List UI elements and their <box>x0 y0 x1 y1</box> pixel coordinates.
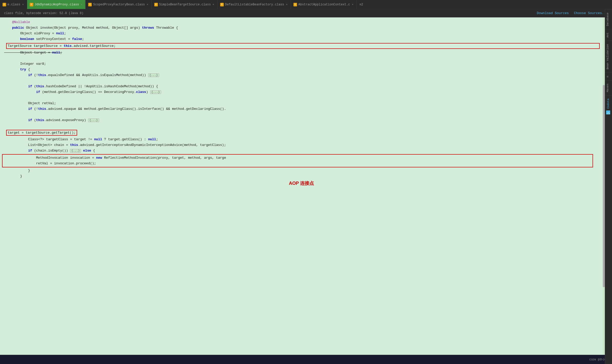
code-line-empty-4 <box>0 112 603 117</box>
code-text-2: public Object invoke(Object proxy, Metho… <box>4 25 178 31</box>
tab-close-3[interactable]: × <box>146 3 149 6</box>
code-line-10: if (method.getDeclaringClass() == Decora… <box>0 89 603 95</box>
sidebar-bean-validation[interactable]: Bean Validation <box>605 41 612 72</box>
tab-icon-4: C <box>154 3 158 6</box>
code-line-5: Object target = null; <box>0 50 603 56</box>
code-line-6: Integer var8; <box>0 61 603 67</box>
tab-icon-1: C <box>3 3 6 6</box>
tab-abstract-app[interactable]: C AbstractApplicationContext.c × <box>291 0 357 9</box>
code-line-retval: retVal = invocation.proceed(); <box>4 161 591 166</box>
tab-scoped-proxy[interactable]: C ScopedProxyFactoryBean.class × <box>86 0 151 9</box>
tab-simple-bean[interactable]: C SimpleBeanTargetSource.class × <box>152 0 218 9</box>
code-line-2: public Object invoke(Object proxy, Metho… <box>0 25 603 31</box>
sidebar-n[interactable]: n <box>605 72 612 81</box>
code-line-1: @Nullable <box>0 19 603 25</box>
code-line-18: } <box>0 174 603 179</box>
highlight-targetsource: TargetSource targetSource = this.advised… <box>0 42 603 49</box>
bytecode-info: class file, bytecode version: 52.0 (Java… <box>4 12 84 15</box>
sidebar-codota[interactable]: C Codota <box>605 95 612 117</box>
tab-icon-5: C <box>220 3 224 6</box>
code-line-12: if (!this.advised.opaque && method.getDe… <box>0 106 603 112</box>
tab-close-5[interactable]: × <box>285 3 288 6</box>
choose-sources-link[interactable]: Choose Sources... <box>574 11 608 15</box>
tab-default-listable[interactable]: C DefaultListableBeanFactory.class × <box>218 0 291 9</box>
tab-label-1: e.class <box>7 3 20 6</box>
code-line-9: if (this.hashCodeDefined || !AopUtils.is… <box>0 84 603 89</box>
code-line-7: try { <box>0 67 603 72</box>
scrollbar-thumb[interactable] <box>603 85 605 287</box>
code-line-14: Class<?> targetClass = target != null ? … <box>0 137 603 142</box>
code-line-4: boolean setProxyContext = false; <box>0 36 603 42</box>
scrollbar-track[interactable] <box>603 17 605 355</box>
code-text-4: boolean setProxyContext = false; <box>4 36 84 42</box>
tab-label-3: ScopedProxyFactoryBean.class <box>93 3 145 6</box>
tab-close-6[interactable]: × <box>351 3 354 6</box>
tab-jdk-dynamic[interactable]: C JdkDynamicAopProxy.class × <box>27 0 86 9</box>
code-line-empty-5 <box>0 123 603 129</box>
tab-e-class[interactable]: C e.class × <box>0 0 27 9</box>
code-line-method-inv: MethodInvocation invocation = new Reflec… <box>4 155 591 161</box>
highlight-gettarget: target = targetSource.getTarget(); <box>2 129 601 136</box>
sidebar-database[interactable]: Database <box>605 9 612 29</box>
code-line-empty-2 <box>0 78 603 84</box>
tab-label-6: AbstractApplicationContext.c <box>298 3 350 6</box>
tab-close-4[interactable]: × <box>212 3 215 6</box>
sidebar-maven[interactable]: Maven <box>605 80 612 95</box>
download-sources-link[interactable]: Download Sources <box>537 11 569 15</box>
svg-text:C: C <box>607 113 610 114</box>
info-bar: class file, bytecode version: 52.0 (Java… <box>0 9 612 17</box>
sidebar-ant[interactable]: Ant <box>605 29 612 41</box>
tab-label-5: DefaultListableBeanFactory.class <box>225 3 284 6</box>
code-line-16: if (chain.isEmpty()) {...} else { <box>0 148 603 154</box>
code-text-3: Object oldProxy = null; <box>4 31 66 36</box>
code-line-15: List<Object> chain = this.advised.getInt… <box>0 142 603 148</box>
tab-icon-3: C <box>88 3 92 6</box>
status-bar: CSDN @华小宝 <box>0 355 612 364</box>
right-sidebar: Database Ant Bean Validation n Maven C C… <box>605 9 612 364</box>
tab-label-4: SimpleBeanTargetSource.class <box>159 3 211 6</box>
tab-overflow[interactable]: ≡2 <box>357 3 365 6</box>
code-line-11: Object retVal; <box>0 101 603 106</box>
code-text-5: Object target = null; <box>4 50 62 56</box>
tab-close-1[interactable]: × <box>22 3 24 6</box>
highlight-methodinvocation: MethodInvocation invocation = new Reflec… <box>2 154 601 167</box>
info-bar-actions: Download Sources Choose Sources... <box>537 11 608 15</box>
tab-label-2: JdkDynamicAopProxy.class <box>35 3 79 6</box>
aop-label: AOP 连接点 <box>0 180 603 186</box>
tab-bar: C e.class × C JdkDynamicAopProxy.class ×… <box>0 0 612 9</box>
code-line-17: } <box>0 168 603 174</box>
code-area: @Nullable public Object invoke(Object pr… <box>0 17 612 355</box>
code-line-empty-1 <box>0 56 603 61</box>
code-line-empty-3 <box>0 95 603 101</box>
tab-close-2[interactable]: × <box>80 3 83 6</box>
tab-icon-2: C <box>30 3 33 6</box>
code-line-13: if (this.advised.exposeProxy) {...} <box>0 117 603 123</box>
annotation-nullable: @Nullable <box>4 19 30 25</box>
code-line-8: if (!this.equalsDefined && AopUtils.isEq… <box>0 72 603 78</box>
code-line-3: Object oldProxy = null; <box>0 31 603 36</box>
tab-icon-6: C <box>293 3 297 6</box>
